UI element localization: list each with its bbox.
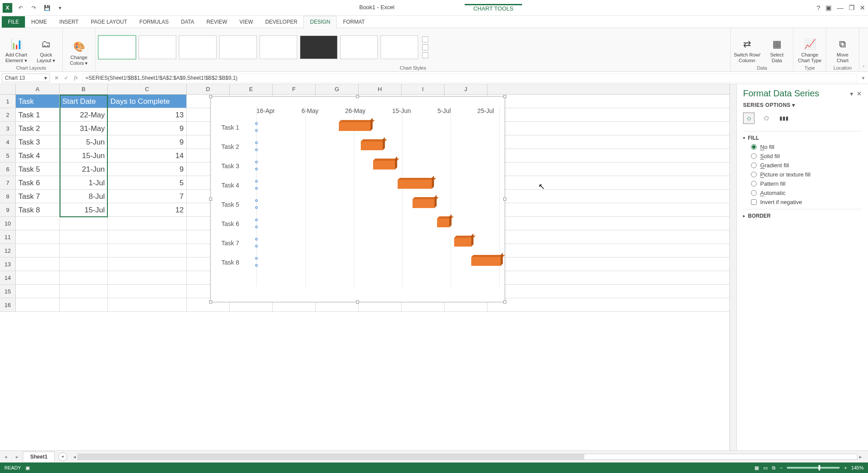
cell-A12[interactable] [16, 244, 60, 257]
name-box[interactable]: Chart 13▾ [2, 74, 50, 82]
cell-B6[interactable]: 21-Jun [60, 162, 108, 176]
quick-layout-button[interactable]: 🗂 Quick Layout ▾ [32, 31, 60, 64]
cell-B7[interactable]: 1-Jul [60, 176, 108, 189]
select-all-corner[interactable] [0, 84, 16, 94]
cell-C10[interactable] [108, 217, 187, 230]
column-header-B[interactable]: B [60, 84, 108, 94]
cell-A13[interactable] [16, 258, 60, 271]
cell-A6[interactable]: Task 5 [16, 162, 60, 176]
tab-view[interactable]: VIEW [233, 16, 259, 28]
border-header[interactable]: ▸ BORDER [743, 213, 862, 219]
cell-C7[interactable]: 5 [108, 176, 187, 189]
close-button[interactable]: ✕ [860, 4, 865, 12]
fill-line-tab-icon[interactable]: ◇ [743, 113, 754, 124]
switch-row-column-button[interactable]: ⇄ Switch Row/ Column [733, 31, 761, 64]
column-header-I[interactable]: I [402, 84, 445, 94]
data-bar[interactable] [373, 161, 395, 169]
help-button[interactable]: ? [817, 4, 820, 11]
tab-page-layout[interactable]: PAGE LAYOUT [85, 16, 133, 28]
cell-A11[interactable] [16, 230, 60, 244]
chart-style-6[interactable] [300, 35, 338, 59]
cell-B8[interactable]: 8-Jul [60, 190, 108, 203]
row-header[interactable]: 16 [0, 298, 16, 311]
cell-B5[interactable]: 15-Jun [60, 149, 108, 162]
resize-handle[interactable] [209, 300, 212, 304]
cell-B4[interactable]: 5-Jun [60, 135, 108, 148]
cell-C1[interactable]: Days to Complete [108, 95, 187, 108]
tab-home[interactable]: HOME [25, 16, 53, 28]
cell-B3[interactable]: 31-May [60, 122, 108, 135]
chevron-down-icon[interactable]: ▾ [44, 75, 47, 81]
sheet-nav-prev-icon[interactable]: ◂ [0, 454, 11, 460]
resize-handle[interactable] [503, 95, 506, 98]
cell-B14[interactable] [60, 271, 108, 284]
row-header[interactable]: 11 [0, 230, 16, 244]
data-bar[interactable] [413, 199, 434, 208]
cell-C5[interactable]: 14 [108, 149, 187, 162]
fill-option-picture-or-texture-fill[interactable]: Picture or texture fill [751, 171, 862, 178]
styles-more-button[interactable] [422, 52, 428, 58]
tab-developer[interactable]: DEVELOPER [259, 16, 303, 28]
cell-B1[interactable]: Start Date [60, 95, 108, 108]
series-options-tab-icon[interactable]: ▮▮▮ [778, 113, 790, 124]
effects-tab-icon[interactable]: ⬠ [761, 113, 772, 124]
cell-B11[interactable] [60, 230, 108, 244]
cell-A14[interactable] [16, 271, 60, 284]
cell-C8[interactable]: 7 [108, 190, 187, 203]
row-header[interactable]: 3 [0, 122, 16, 135]
zoom-in-button[interactable]: + [844, 465, 847, 470]
fill-header[interactable]: ▾ FILL [743, 135, 862, 141]
data-bar[interactable] [471, 257, 501, 266]
resize-handle[interactable] [503, 300, 506, 304]
change-chart-type-button[interactable]: 📈 Change Chart Type [796, 31, 823, 64]
collapse-ribbon-icon[interactable]: ˄ [859, 28, 868, 71]
row-header[interactable]: 5 [0, 149, 16, 162]
cell-A3[interactable]: Task 2 [16, 122, 60, 135]
cell-C2[interactable]: 13 [108, 108, 187, 121]
sheet-nav-next-icon[interactable]: ▸ [11, 454, 23, 460]
tab-formulas[interactable]: FORMULAS [133, 16, 175, 28]
pane-close-icon[interactable]: ✕ [857, 90, 862, 97]
chart-style-2[interactable] [139, 35, 176, 59]
chart-style-5[interactable] [260, 35, 297, 59]
cell-A7[interactable]: Task 6 [16, 176, 60, 189]
tab-insert[interactable]: INSERT [53, 16, 85, 28]
row-header[interactable]: 10 [0, 217, 16, 230]
column-header-J[interactable]: J [445, 84, 487, 94]
column-header-H[interactable]: H [359, 84, 402, 94]
cell-C6[interactable]: 9 [108, 162, 187, 176]
data-bar[interactable] [454, 238, 471, 247]
cell-A9[interactable]: Task 8 [16, 203, 60, 216]
minimize-button[interactable]: — [837, 4, 843, 11]
resize-handle[interactable] [356, 300, 359, 304]
column-header-F[interactable]: F [273, 84, 316, 94]
cell-A1[interactable]: Task [16, 95, 60, 108]
cell-C16[interactable] [108, 298, 187, 311]
fill-option-automatic[interactable]: Automatic [751, 190, 862, 196]
row-header[interactable]: 8 [0, 190, 16, 203]
row-header[interactable]: 6 [0, 162, 16, 176]
row-header[interactable]: 1 [0, 95, 16, 108]
row-header[interactable]: 2 [0, 108, 16, 121]
cell-C9[interactable]: 12 [108, 203, 187, 216]
zoom-level[interactable]: 145% [851, 465, 864, 470]
qat-more-icon[interactable]: ▾ [55, 3, 65, 13]
move-chart-button[interactable]: ⧉ Move Chart [829, 31, 856, 64]
resize-handle[interactable] [209, 95, 212, 98]
row-header[interactable]: 7 [0, 176, 16, 189]
cell-C11[interactable] [108, 230, 187, 244]
tab-data[interactable]: DATA [175, 16, 200, 28]
invert-if-negative-checkbox[interactable]: Invert if negative [751, 199, 862, 205]
cell-C4[interactable]: 9 [108, 135, 187, 148]
cell-B16[interactable] [60, 298, 108, 311]
sheet-tab-sheet1[interactable]: Sheet1 [23, 452, 55, 462]
redo-button[interactable]: ↷ [29, 3, 39, 13]
maximize-button[interactable]: ❐ [849, 4, 854, 12]
fx-icon[interactable]: fx [71, 74, 81, 81]
chart-style-3[interactable] [179, 35, 217, 59]
expand-formula-icon[interactable]: ▾ [858, 75, 868, 81]
cell-B10[interactable] [60, 217, 108, 230]
row-header[interactable]: 15 [0, 285, 16, 298]
data-bar[interactable] [339, 122, 370, 131]
tab-design[interactable]: DESIGN [303, 16, 337, 28]
